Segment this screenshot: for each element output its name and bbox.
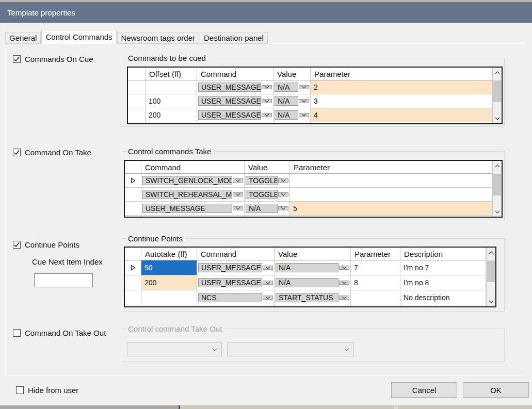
chevron-down-icon[interactable] — [263, 266, 273, 270]
description-cell[interactable]: No description — [400, 290, 486, 305]
tab-control-commands[interactable]: Control Commands — [41, 30, 116, 44]
chevron-down-icon[interactable] — [278, 192, 288, 197]
command-column-header[interactable]: Command — [197, 68, 273, 80]
autotake-cell[interactable] — [141, 290, 197, 305]
command-dropdown[interactable]: SWITCH_REHEARSAL_MODE — [142, 190, 232, 199]
scrollbar-thumb[interactable] — [487, 260, 495, 282]
value-dropdown[interactable]: N/A — [275, 110, 298, 120]
command-dropdown[interactable]: NCS — [198, 293, 262, 302]
ok-button[interactable]: OK — [463, 382, 529, 398]
row-selector[interactable] — [128, 80, 146, 94]
row-selector[interactable] — [128, 108, 146, 122]
value-column-header[interactable]: Value — [275, 248, 351, 260]
scroll-up-icon[interactable] — [487, 249, 495, 256]
row-selector[interactable] — [128, 94, 146, 108]
chevron-down-icon[interactable] — [278, 178, 288, 183]
chevron-down-icon[interactable] — [263, 281, 273, 285]
chevron-down-icon[interactable] — [262, 99, 272, 103]
value-column-header[interactable]: Value — [245, 161, 290, 173]
value-column-header[interactable]: Value — [273, 68, 311, 80]
chevron-down-icon[interactable] — [233, 206, 243, 210]
scroll-up-icon[interactable] — [493, 69, 502, 76]
offset-cell[interactable]: 100 — [146, 94, 197, 108]
chevron-down-icon[interactable] — [299, 99, 309, 103]
row-selector[interactable] — [125, 202, 141, 215]
value-dropdown[interactable]: N/A — [275, 96, 298, 106]
autotake-cell[interactable]: 200 — [141, 275, 197, 290]
command-dropdown[interactable]: USER_MESSAGE — [198, 278, 262, 287]
parameter-cell[interactable]: 4 — [311, 108, 492, 122]
value-dropdown[interactable]: N/A — [246, 204, 278, 213]
value-dropdown[interactable]: N/A — [275, 83, 298, 92]
scroll-down-icon[interactable] — [493, 208, 502, 216]
parameter-column-header[interactable]: Parameter — [311, 68, 492, 80]
cancel-button[interactable]: Cancel — [391, 382, 457, 398]
tab-destination-panel[interactable]: Destination panel — [200, 32, 268, 44]
row-selector[interactable] — [128, 122, 146, 123]
description-cell[interactable]: I'm no 7 — [400, 260, 486, 275]
row-selector[interactable] — [125, 290, 141, 305]
tab-general[interactable]: General — [5, 32, 41, 44]
parameter-cell[interactable]: 5 — [290, 202, 492, 215]
parameter-cell[interactable] — [351, 290, 400, 305]
value-dropdown[interactable]: START_STATUS — [276, 293, 338, 302]
tab-newsroom-tags-order[interactable]: Newsroom tags order — [117, 32, 199, 44]
chevron-down-icon[interactable] — [233, 178, 243, 183]
command-dropdown[interactable]: USER_MESSAGE — [198, 263, 262, 272]
description-cell[interactable] — [400, 305, 486, 306]
chevron-down-icon[interactable] — [339, 296, 349, 300]
continue-points-checkbox[interactable] — [13, 241, 21, 249]
offset-cell[interactable] — [146, 80, 197, 94]
scroll-down-icon[interactable] — [493, 114, 502, 122]
row-selector[interactable] — [125, 275, 141, 290]
autotake-cell[interactable] — [141, 305, 197, 306]
chevron-down-icon[interactable] — [262, 85, 272, 89]
chevron-down-icon[interactable] — [233, 192, 243, 197]
vertical-scrollbar[interactable] — [492, 161, 502, 217]
parameter-cell[interactable] — [311, 122, 492, 123]
command-on-take-checkbox[interactable] — [13, 149, 21, 156]
cue-next-item-index-input[interactable] — [34, 273, 93, 287]
offset-cell[interactable]: 200 — [146, 108, 197, 122]
commands-on-cue-checkbox[interactable] — [13, 55, 21, 63]
row-selector[interactable] — [125, 174, 141, 187]
parameter-cell[interactable] — [351, 305, 400, 306]
parameter-cell[interactable]: 3 — [311, 94, 492, 108]
value-dropdown[interactable]: TOGGLE — [246, 176, 278, 185]
command-column-header[interactable]: Command — [141, 161, 245, 173]
vertical-scrollbar[interactable] — [492, 68, 502, 123]
autotake-column-header[interactable]: Autotake (ff) — [141, 248, 197, 260]
description-column-header[interactable]: Description — [400, 248, 486, 260]
parameter-column-header[interactable]: Parameter — [290, 161, 492, 173]
value-dropdown[interactable]: TOGGLE — [246, 190, 278, 199]
parameter-cell[interactable] — [290, 188, 492, 201]
offset-cell[interactable] — [146, 122, 197, 123]
hide-from-user-checkbox[interactable] — [16, 386, 24, 394]
description-cell[interactable]: I'm no 8 — [400, 275, 486, 290]
parameter-column-header[interactable]: Parameter — [351, 248, 400, 260]
row-selector[interactable] — [125, 260, 141, 275]
chevron-down-icon[interactable] — [262, 113, 272, 117]
command-dropdown[interactable]: SWITCH_GENLOCK_MODE — [142, 176, 232, 185]
scroll-down-icon[interactable] — [487, 298, 495, 305]
chevron-down-icon[interactable] — [299, 113, 309, 117]
value-dropdown[interactable]: N/A — [276, 263, 338, 272]
scrollbar-thumb[interactable] — [493, 174, 501, 195]
parameter-cell[interactable]: 7 — [351, 260, 400, 275]
command-dropdown[interactable]: USER_MESSAGE — [198, 96, 261, 106]
row-selector[interactable] — [125, 188, 141, 201]
command-dropdown[interactable]: USER_MESSAGE — [198, 110, 261, 120]
command-on-take-out-checkbox[interactable] — [13, 329, 21, 337]
parameter-cell[interactable] — [290, 216, 492, 217]
chevron-down-icon[interactable] — [339, 281, 349, 285]
command-dropdown[interactable]: USER_MESSAGE — [198, 83, 261, 92]
parameter-cell[interactable]: 2 — [311, 80, 492, 94]
value-dropdown[interactable]: N/A — [276, 278, 338, 287]
chevron-down-icon[interactable] — [299, 85, 309, 89]
parameter-cell[interactable] — [290, 174, 492, 187]
vertical-scrollbar[interactable] — [486, 248, 495, 306]
chevron-down-icon[interactable] — [278, 206, 288, 210]
offset-column-header[interactable]: Offset (ff) — [146, 68, 197, 80]
scroll-up-icon[interactable] — [493, 162, 502, 170]
row-selector[interactable] — [125, 216, 141, 217]
